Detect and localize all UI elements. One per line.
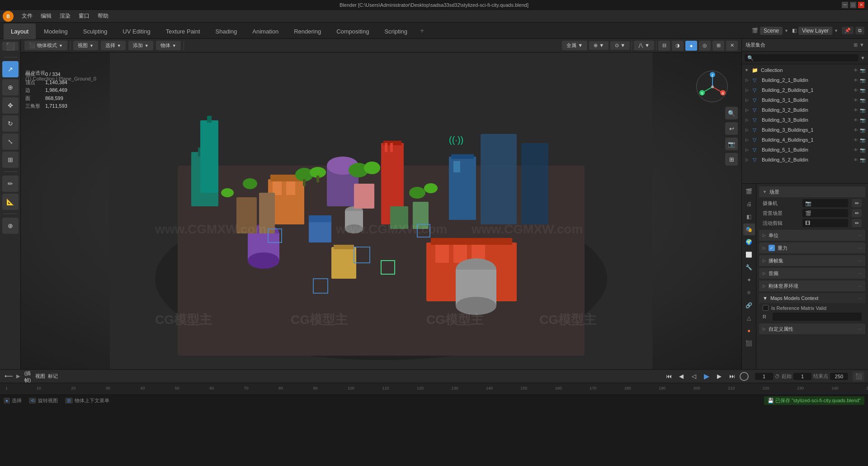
item-visibility-1[interactable]: 👁 <box>854 78 858 83</box>
gravity-checkbox[interactable]: ✓ <box>769 245 775 251</box>
move-tool-button[interactable]: ✥ <box>2 97 19 114</box>
audio-section-header[interactable]: ▷ 音频 ··· <box>759 268 865 279</box>
current-frame-input[interactable] <box>755 373 773 380</box>
camera-select-button[interactable]: ✏ <box>852 199 862 207</box>
outliner-scene-collection[interactable]: ▼ 📁 Collection 👁 📷 <box>742 65 868 75</box>
local-view-button[interactable]: 八 ▼ <box>634 41 654 50</box>
marker-menu-button[interactable]: 标记 <box>48 371 58 381</box>
r-value-field[interactable] <box>773 313 862 321</box>
tab-uv-editing[interactable]: UV Editing <box>115 24 157 39</box>
props-physics-icon[interactable]: ⚛ <box>743 287 755 299</box>
item-render-1[interactable]: 📷 <box>860 78 865 83</box>
jump-end-button[interactable]: ⏭ <box>727 371 737 381</box>
cursor-tool-button[interactable]: ⊕ <box>2 79 19 95</box>
window-controls[interactable]: ─ □ ✕ <box>842 2 864 8</box>
transform-pivot-button[interactable]: ⊙ ▼ <box>610 41 630 50</box>
viewport[interactable]: ⬛ 物体模式 ▼ 视图 ▼ 选择 ▼ 添加 ▼ 物体 ▼ 全属 ▼ ⊕ ▼ ⊙ … <box>21 39 741 369</box>
solid-button[interactable]: ◑ <box>672 41 684 51</box>
timeline-menu-button[interactable]: ⟵ <box>4 371 14 381</box>
item-visibility-6[interactable]: 👁 <box>854 128 858 133</box>
copy-button[interactable]: ⧉ <box>855 27 864 34</box>
item-visibility-8[interactable]: 👁 <box>854 147 858 152</box>
close-button[interactable]: ✕ <box>858 2 864 8</box>
item-render-5[interactable]: 📷 <box>860 118 865 123</box>
maps-section-header[interactable]: ▼ Maps Models Context ··· <box>759 293 865 303</box>
item-visibility-7[interactable]: 👁 <box>854 138 858 143</box>
tab-scripting[interactable]: Scripting <box>377 24 415 39</box>
3d-viewport-scene[interactable]: ((·)) CG模型主 CG模型主 CG模型主 CG模型主 <box>21 52 741 369</box>
rigid-section-header[interactable]: ▷ 刚体世界环境 ··· <box>759 281 865 291</box>
play-back-button[interactable]: ◁ <box>689 371 699 381</box>
outliner-item-building-5-2[interactable]: ▷ ▽ Building_5_2_Buildin 👁 📷 <box>742 155 868 165</box>
outliner-filter-icon[interactable]: ⊞ <box>854 42 858 48</box>
tab-sculpting[interactable]: Sculpting <box>76 24 114 39</box>
props-render-icon[interactable]: 🎬 <box>743 185 755 197</box>
view-grid-button[interactable]: ⊞ <box>725 153 738 166</box>
jump-start-button[interactable]: ⏮ <box>664 371 674 381</box>
item-render-3[interactable]: 📷 <box>860 98 865 103</box>
props-object-icon[interactable]: ⬜ <box>743 249 755 261</box>
props-constraints-icon[interactable]: 🔗 <box>743 300 755 311</box>
add-workspace-button[interactable]: + <box>415 23 429 38</box>
props-world-icon[interactable]: 🌍 <box>743 236 755 248</box>
gizmo-circle[interactable]: Z X Y <box>696 71 728 102</box>
props-texture-icon[interactable]: ⬛ <box>743 338 755 349</box>
tab-modeling[interactable]: Modeling <box>37 24 75 39</box>
item-render-4[interactable]: 📷 <box>860 108 865 113</box>
scene-section-header[interactable]: ▼ 场景 <box>759 186 865 197</box>
menu-help[interactable]: 帮助 <box>94 11 112 21</box>
item-render-2[interactable]: 📷 <box>860 88 865 93</box>
menu-window[interactable]: 窗口 <box>75 11 93 21</box>
props-object-data-icon[interactable]: △ <box>743 312 755 324</box>
menu-file[interactable]: 文件 <box>18 11 36 21</box>
scene-selector[interactable]: Scene <box>760 27 783 35</box>
tab-shading[interactable]: Shading <box>208 24 245 39</box>
item-render-9[interactable]: 📷 <box>860 157 865 162</box>
frame-ruler[interactable]: 1102030405060708090100110120130140150160… <box>0 383 868 395</box>
outliner-item-building-4-buildings[interactable]: ▷ ▽ Building_4_Buildings_1 👁 📷 <box>742 135 868 145</box>
add-tool-button[interactable]: ⊕ <box>2 218 19 234</box>
start-frame-input[interactable] <box>793 373 811 380</box>
item-render-6[interactable]: 📷 <box>860 128 865 133</box>
camera-value[interactable]: 📷 <box>802 199 848 207</box>
xray-button[interactable]: ✕ <box>726 41 738 51</box>
clip-select-button[interactable]: ✏ <box>852 219 862 227</box>
overlays-button[interactable]: ⊞ <box>712 41 724 51</box>
tab-compositing[interactable]: Compositing <box>329 24 376 39</box>
item-visibility-2[interactable]: 👁 <box>854 88 858 93</box>
material-preview-button[interactable]: ● <box>685 41 697 51</box>
render-icon[interactable]: 📷 <box>860 68 865 73</box>
minimize-button[interactable]: ─ <box>842 2 848 8</box>
pin-button[interactable]: 📌 <box>842 27 854 34</box>
item-visibility-5[interactable]: 👁 <box>854 118 858 123</box>
snap-button[interactable]: ⊕ ▼ <box>589 41 609 50</box>
outliner-item-building-3-buildings[interactable]: ▷ ▽ Building_3_Buildings_1 👁 📷 <box>742 125 868 135</box>
outliner-item-building-5-1[interactable]: ▷ ▽ Building_5_1_Buildin 👁 📷 <box>742 145 868 155</box>
camera-button[interactable]: 📷 <box>725 138 738 150</box>
tab-rendering[interactable]: Rendering <box>287 24 328 39</box>
tab-layout[interactable]: Layout <box>4 24 36 39</box>
props-material-icon[interactable]: ● <box>743 325 755 337</box>
view-layer-selector[interactable]: View Layer <box>798 27 832 35</box>
step-forward-button[interactable]: ▶ <box>714 371 724 381</box>
custom-props-header[interactable]: ▷ 自定义属性 ··· <box>759 323 865 334</box>
outliner-item-building-3-2[interactable]: ▷ ▽ Building_3_2_Buildin 👁 📷 <box>742 105 868 115</box>
maximize-button[interactable]: □ <box>850 2 856 8</box>
orbit-button[interactable]: ↩ <box>725 122 738 135</box>
item-visibility-3[interactable]: 👁 <box>854 98 858 103</box>
item-render-7[interactable]: 📷 <box>860 138 865 143</box>
clip-value[interactable]: 🎞 <box>802 219 848 227</box>
props-output-icon[interactable]: 🖨 <box>743 198 755 210</box>
keying-button[interactable]: ⬛ <box>853 371 864 381</box>
rotate-tool-button[interactable]: ↻ <box>2 115 19 132</box>
props-scene-icon[interactable]: 🎭 <box>743 223 755 235</box>
play-forward-button[interactable]: ▶ <box>702 371 712 381</box>
menu-render[interactable]: 渲染 <box>56 11 74 21</box>
step-back-button[interactable]: ◀ <box>676 371 686 381</box>
object-menu[interactable]: 物体 ▼ <box>156 41 181 50</box>
item-render-8[interactable]: 📷 <box>860 147 865 152</box>
scale-tool-button[interactable]: ⤡ <box>2 133 19 150</box>
viewport-overlay-icon[interactable]: ⬛ <box>2 42 19 51</box>
annotate-tool-button[interactable]: ✏ <box>2 176 19 192</box>
outliner-filter-button[interactable]: ▼ <box>860 55 865 61</box>
